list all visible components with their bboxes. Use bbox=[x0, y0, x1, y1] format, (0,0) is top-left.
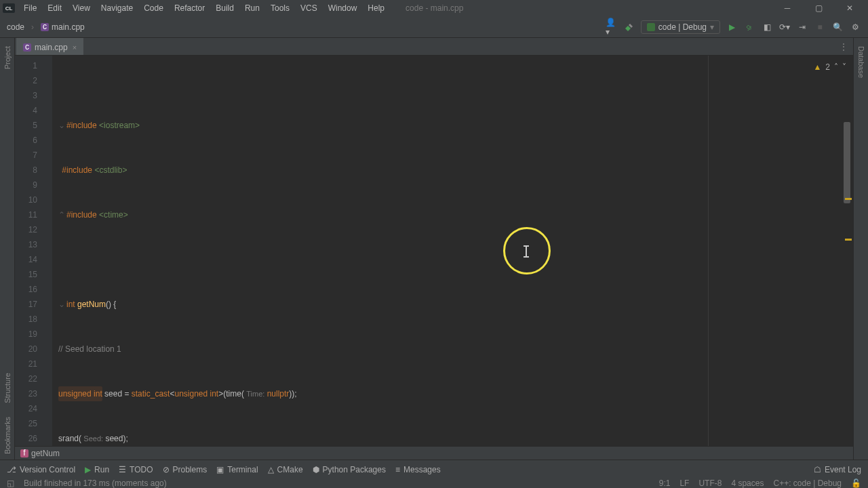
gutter[interactable]: 123456789101112 13 141516171819202122232… bbox=[15, 56, 53, 450]
svg-text:c: c bbox=[43, 23, 47, 31]
tool-terminal[interactable]: ▣Terminal bbox=[216, 465, 258, 474]
run-config-selector[interactable]: code | Debug ▾ bbox=[641, 20, 720, 34]
branch-icon: ⎇ bbox=[7, 465, 16, 474]
encoding[interactable]: UTF-8 bbox=[698, 479, 722, 488]
next-highlight-icon[interactable]: ˅ bbox=[842, 60, 846, 75]
menu-edit[interactable]: Edit bbox=[43, 2, 66, 14]
menu-tools[interactable]: Tools bbox=[266, 2, 294, 14]
tool-bookmarks[interactable]: Bookmarks bbox=[3, 414, 12, 457]
nav-toolbar: code › c main.cpp 👤▾ code | Debug ▾ ▶ ⪩ … bbox=[0, 16, 868, 38]
tool-database[interactable]: Database bbox=[857, 43, 865, 81]
tool-project[interactable]: Project bbox=[3, 43, 12, 72]
menu-vcs[interactable]: VCS bbox=[296, 2, 322, 14]
scrollbar-thumb[interactable] bbox=[844, 122, 850, 203]
attach-icon[interactable]: ⇥ bbox=[796, 21, 808, 33]
maximize-button[interactable]: ▢ bbox=[803, 0, 834, 16]
indent[interactable]: 4 spaces bbox=[731, 479, 764, 488]
target-icon bbox=[647, 23, 655, 31]
right-tool-strip: Database bbox=[853, 38, 868, 469]
user-icon[interactable]: 👤▾ bbox=[606, 21, 618, 33]
menu-refactor[interactable]: Refactor bbox=[170, 2, 210, 14]
warning-marker[interactable] bbox=[845, 239, 852, 241]
app-logo: CL bbox=[3, 3, 15, 13]
tool-window-toggle-icon[interactable]: ◱ bbox=[7, 479, 14, 488]
right-margin-line bbox=[708, 56, 709, 450]
menu-window[interactable]: Window bbox=[323, 2, 362, 14]
play-icon: ▶ bbox=[85, 465, 91, 474]
todo-icon: ☰ bbox=[119, 465, 126, 474]
terminal-icon: ▣ bbox=[216, 465, 224, 474]
menu-run[interactable]: Run bbox=[240, 2, 264, 14]
breadcrumb-file[interactable]: c main.cpp bbox=[35, 21, 90, 33]
text-cursor-icon bbox=[526, 246, 527, 257]
tool-vcs[interactable]: ⎇Version Control bbox=[7, 465, 75, 474]
eventlog-icon: ☖ bbox=[814, 465, 821, 474]
prev-highlight-icon[interactable]: ˄ bbox=[834, 60, 838, 75]
cpp-file-icon: c bbox=[41, 23, 49, 31]
tool-event-log[interactable]: ☖Event Log bbox=[814, 465, 861, 474]
settings-icon[interactable]: ⚙ bbox=[849, 21, 861, 33]
svg-text:c: c bbox=[25, 43, 29, 52]
menu-code[interactable]: Code bbox=[139, 2, 168, 14]
tool-python-packages[interactable]: ⬢Python Packages bbox=[313, 465, 386, 474]
warning-marker[interactable] bbox=[845, 198, 852, 200]
left-tool-strip: Project Structure Bookmarks bbox=[0, 38, 15, 469]
tool-cmake[interactable]: △CMake bbox=[268, 465, 303, 474]
line-separator[interactable]: LF bbox=[679, 479, 689, 488]
debug-icon[interactable]: ⪩ bbox=[743, 21, 755, 33]
inspection-widget[interactable]: ▲2 ˄ ˅ bbox=[813, 60, 846, 75]
build-icon[interactable] bbox=[623, 21, 635, 33]
minimize-button[interactable]: ─ bbox=[772, 0, 803, 16]
menu-view[interactable]: View bbox=[68, 2, 95, 14]
titlebar: CL File Edit View Navigate Code Refactor… bbox=[0, 0, 868, 16]
code-area[interactable]: ▲2 ˄ ˅ ⌄#include <iostream> #include <cs… bbox=[53, 56, 853, 450]
menu-navigate[interactable]: Navigate bbox=[96, 2, 138, 14]
tab-main-cpp[interactable]: c main.cpp × bbox=[16, 38, 83, 55]
more-tabs-icon[interactable]: ⋮ bbox=[834, 38, 853, 55]
svg-rect-2 bbox=[647, 23, 655, 31]
profile-icon[interactable]: ⟳▾ bbox=[778, 21, 791, 33]
search-icon[interactable]: 🔍 bbox=[831, 21, 844, 33]
function-icon: f bbox=[20, 449, 28, 458]
tool-structure[interactable]: Structure bbox=[3, 370, 12, 406]
problems-icon: ⊘ bbox=[163, 465, 170, 474]
python-icon: ⬢ bbox=[313, 465, 319, 474]
status-bar: ◱ Build finished in 173 ms (moments ago)… bbox=[0, 479, 868, 488]
window-title: code - main.cpp bbox=[406, 3, 463, 13]
messages-icon: ≡ bbox=[395, 465, 400, 474]
caret-position[interactable]: 9:1 bbox=[659, 479, 671, 488]
tool-todo[interactable]: ☰TODO bbox=[119, 465, 153, 474]
menu-build[interactable]: Build bbox=[211, 2, 239, 14]
bottom-tool-bar: ⎇Version Control ▶Run ☰TODO ⊘Problems ▣T… bbox=[0, 460, 868, 479]
warning-icon: ▲ bbox=[813, 60, 821, 75]
cmake-icon: △ bbox=[268, 465, 274, 474]
main-menu: File Edit View Navigate Code Refactor Bu… bbox=[19, 2, 389, 14]
editor-tabs: c main.cpp × ⋮ bbox=[15, 38, 853, 56]
tab-label: main.cpp bbox=[35, 43, 68, 52]
stop-icon[interactable]: ■ bbox=[814, 21, 826, 33]
close-tab-icon[interactable]: × bbox=[73, 43, 77, 52]
breadcrumb-project[interactable]: code bbox=[0, 22, 31, 32]
coverage-icon[interactable]: ◧ bbox=[761, 21, 773, 33]
tool-run[interactable]: ▶Run bbox=[85, 465, 109, 474]
member-crumb[interactable]: f getNum bbox=[15, 446, 853, 460]
tool-messages[interactable]: ≡Messages bbox=[395, 465, 441, 474]
run-icon[interactable]: ▶ bbox=[726, 21, 738, 33]
menu-help[interactable]: Help bbox=[363, 2, 389, 14]
context[interactable]: C++: code | Debug bbox=[773, 479, 842, 488]
lock-icon[interactable]: 🔓 bbox=[851, 479, 861, 488]
cpp-file-icon: c bbox=[23, 43, 31, 52]
status-message: Build finished in 173 ms (moments ago) bbox=[24, 479, 167, 488]
tool-problems[interactable]: ⊘Problems bbox=[163, 465, 208, 474]
close-button[interactable]: ✕ bbox=[834, 0, 865, 16]
editor-scrollbar[interactable] bbox=[842, 110, 852, 449]
menu-file[interactable]: File bbox=[19, 2, 41, 14]
code-editor[interactable]: 123456789101112 13 141516171819202122232… bbox=[15, 56, 853, 450]
